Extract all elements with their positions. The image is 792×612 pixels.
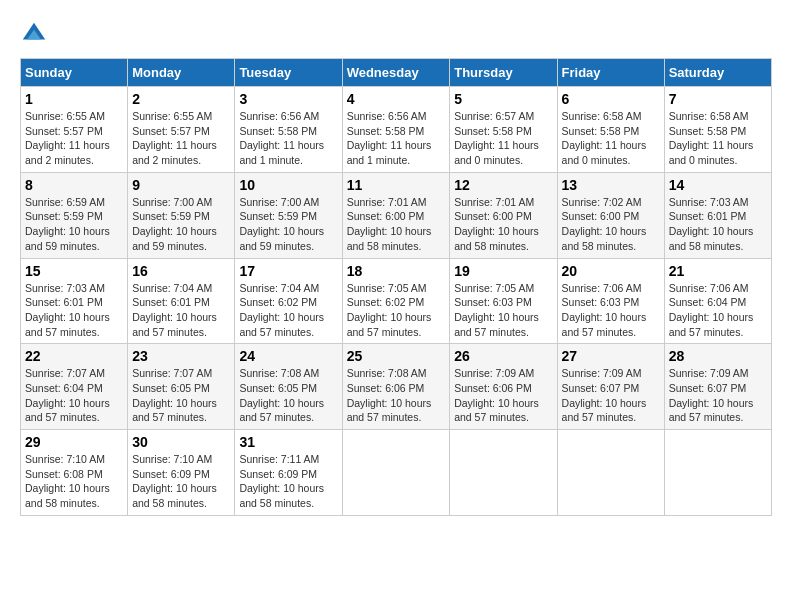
calendar-cell: 30 Sunrise: 7:10 AMSunset: 6:09 PMDaylig…	[128, 430, 235, 516]
day-info: Sunrise: 6:55 AMSunset: 5:57 PMDaylight:…	[25, 110, 110, 166]
calendar-cell: 9 Sunrise: 7:00 AMSunset: 5:59 PMDayligh…	[128, 172, 235, 258]
calendar-cell: 2 Sunrise: 6:55 AMSunset: 5:57 PMDayligh…	[128, 87, 235, 173]
calendar-cell: 26 Sunrise: 7:09 AMSunset: 6:06 PMDaylig…	[450, 344, 557, 430]
calendar-cell: 13 Sunrise: 7:02 AMSunset: 6:00 PMDaylig…	[557, 172, 664, 258]
weekday-header: Saturday	[664, 59, 771, 87]
weekday-header: Wednesday	[342, 59, 450, 87]
day-info: Sunrise: 7:09 AMSunset: 6:07 PMDaylight:…	[562, 367, 647, 423]
calendar-cell: 25 Sunrise: 7:08 AMSunset: 6:06 PMDaylig…	[342, 344, 450, 430]
calendar-cell: 5 Sunrise: 6:57 AMSunset: 5:58 PMDayligh…	[450, 87, 557, 173]
day-number: 3	[239, 91, 337, 107]
day-number: 1	[25, 91, 123, 107]
day-number: 27	[562, 348, 660, 364]
day-info: Sunrise: 7:09 AMSunset: 6:06 PMDaylight:…	[454, 367, 539, 423]
day-number: 28	[669, 348, 767, 364]
day-number: 20	[562, 263, 660, 279]
day-number: 7	[669, 91, 767, 107]
calendar-cell: 22 Sunrise: 7:07 AMSunset: 6:04 PMDaylig…	[21, 344, 128, 430]
day-info: Sunrise: 6:59 AMSunset: 5:59 PMDaylight:…	[25, 196, 110, 252]
calendar-cell: 20 Sunrise: 7:06 AMSunset: 6:03 PMDaylig…	[557, 258, 664, 344]
calendar-cell: 3 Sunrise: 6:56 AMSunset: 5:58 PMDayligh…	[235, 87, 342, 173]
weekday-header: Friday	[557, 59, 664, 87]
calendar-cell: 8 Sunrise: 6:59 AMSunset: 5:59 PMDayligh…	[21, 172, 128, 258]
calendar-cell: 15 Sunrise: 7:03 AMSunset: 6:01 PMDaylig…	[21, 258, 128, 344]
page-header	[20, 20, 772, 48]
calendar-cell	[557, 430, 664, 516]
day-info: Sunrise: 7:07 AMSunset: 6:05 PMDaylight:…	[132, 367, 217, 423]
calendar-cell: 27 Sunrise: 7:09 AMSunset: 6:07 PMDaylig…	[557, 344, 664, 430]
day-number: 25	[347, 348, 446, 364]
day-number: 16	[132, 263, 230, 279]
day-number: 31	[239, 434, 337, 450]
weekday-header: Tuesday	[235, 59, 342, 87]
day-number: 5	[454, 91, 552, 107]
day-number: 15	[25, 263, 123, 279]
day-number: 6	[562, 91, 660, 107]
calendar-cell	[450, 430, 557, 516]
calendar-cell: 23 Sunrise: 7:07 AMSunset: 6:05 PMDaylig…	[128, 344, 235, 430]
day-info: Sunrise: 7:05 AMSunset: 6:02 PMDaylight:…	[347, 282, 432, 338]
day-number: 11	[347, 177, 446, 193]
calendar-week-row: 15 Sunrise: 7:03 AMSunset: 6:01 PMDaylig…	[21, 258, 772, 344]
day-number: 18	[347, 263, 446, 279]
day-number: 10	[239, 177, 337, 193]
day-info: Sunrise: 7:05 AMSunset: 6:03 PMDaylight:…	[454, 282, 539, 338]
weekday-header: Sunday	[21, 59, 128, 87]
logo	[20, 20, 52, 48]
weekday-header: Thursday	[450, 59, 557, 87]
calendar-week-row: 29 Sunrise: 7:10 AMSunset: 6:08 PMDaylig…	[21, 430, 772, 516]
day-number: 19	[454, 263, 552, 279]
calendar-cell: 16 Sunrise: 7:04 AMSunset: 6:01 PMDaylig…	[128, 258, 235, 344]
day-info: Sunrise: 7:10 AMSunset: 6:09 PMDaylight:…	[132, 453, 217, 509]
calendar-cell: 21 Sunrise: 7:06 AMSunset: 6:04 PMDaylig…	[664, 258, 771, 344]
day-number: 21	[669, 263, 767, 279]
day-number: 17	[239, 263, 337, 279]
day-info: Sunrise: 7:06 AMSunset: 6:03 PMDaylight:…	[562, 282, 647, 338]
day-info: Sunrise: 6:58 AMSunset: 5:58 PMDaylight:…	[669, 110, 754, 166]
day-info: Sunrise: 7:04 AMSunset: 6:02 PMDaylight:…	[239, 282, 324, 338]
day-number: 22	[25, 348, 123, 364]
day-info: Sunrise: 7:01 AMSunset: 6:00 PMDaylight:…	[454, 196, 539, 252]
day-info: Sunrise: 7:00 AMSunset: 5:59 PMDaylight:…	[239, 196, 324, 252]
calendar-cell	[342, 430, 450, 516]
calendar-cell: 7 Sunrise: 6:58 AMSunset: 5:58 PMDayligh…	[664, 87, 771, 173]
calendar-cell: 19 Sunrise: 7:05 AMSunset: 6:03 PMDaylig…	[450, 258, 557, 344]
calendar-cell: 12 Sunrise: 7:01 AMSunset: 6:00 PMDaylig…	[450, 172, 557, 258]
calendar-cell: 18 Sunrise: 7:05 AMSunset: 6:02 PMDaylig…	[342, 258, 450, 344]
calendar-cell: 31 Sunrise: 7:11 AMSunset: 6:09 PMDaylig…	[235, 430, 342, 516]
day-info: Sunrise: 7:11 AMSunset: 6:09 PMDaylight:…	[239, 453, 324, 509]
day-info: Sunrise: 6:56 AMSunset: 5:58 PMDaylight:…	[239, 110, 324, 166]
day-number: 14	[669, 177, 767, 193]
day-info: Sunrise: 7:09 AMSunset: 6:07 PMDaylight:…	[669, 367, 754, 423]
calendar-cell: 10 Sunrise: 7:00 AMSunset: 5:59 PMDaylig…	[235, 172, 342, 258]
day-number: 9	[132, 177, 230, 193]
day-info: Sunrise: 7:06 AMSunset: 6:04 PMDaylight:…	[669, 282, 754, 338]
calendar-cell: 11 Sunrise: 7:01 AMSunset: 6:00 PMDaylig…	[342, 172, 450, 258]
day-info: Sunrise: 7:01 AMSunset: 6:00 PMDaylight:…	[347, 196, 432, 252]
day-number: 4	[347, 91, 446, 107]
calendar-cell: 24 Sunrise: 7:08 AMSunset: 6:05 PMDaylig…	[235, 344, 342, 430]
day-info: Sunrise: 7:00 AMSunset: 5:59 PMDaylight:…	[132, 196, 217, 252]
day-number: 12	[454, 177, 552, 193]
day-info: Sunrise: 7:08 AMSunset: 6:05 PMDaylight:…	[239, 367, 324, 423]
day-number: 26	[454, 348, 552, 364]
day-info: Sunrise: 7:04 AMSunset: 6:01 PMDaylight:…	[132, 282, 217, 338]
day-info: Sunrise: 7:10 AMSunset: 6:08 PMDaylight:…	[25, 453, 110, 509]
calendar-header-row: SundayMondayTuesdayWednesdayThursdayFrid…	[21, 59, 772, 87]
day-info: Sunrise: 6:55 AMSunset: 5:57 PMDaylight:…	[132, 110, 217, 166]
day-number: 23	[132, 348, 230, 364]
day-info: Sunrise: 7:02 AMSunset: 6:00 PMDaylight:…	[562, 196, 647, 252]
calendar-cell: 29 Sunrise: 7:10 AMSunset: 6:08 PMDaylig…	[21, 430, 128, 516]
day-info: Sunrise: 6:58 AMSunset: 5:58 PMDaylight:…	[562, 110, 647, 166]
day-info: Sunrise: 7:07 AMSunset: 6:04 PMDaylight:…	[25, 367, 110, 423]
calendar-cell: 1 Sunrise: 6:55 AMSunset: 5:57 PMDayligh…	[21, 87, 128, 173]
day-info: Sunrise: 7:03 AMSunset: 6:01 PMDaylight:…	[25, 282, 110, 338]
weekday-header: Monday	[128, 59, 235, 87]
day-info: Sunrise: 7:08 AMSunset: 6:06 PMDaylight:…	[347, 367, 432, 423]
day-number: 13	[562, 177, 660, 193]
day-number: 8	[25, 177, 123, 193]
day-number: 24	[239, 348, 337, 364]
day-info: Sunrise: 6:57 AMSunset: 5:58 PMDaylight:…	[454, 110, 539, 166]
day-info: Sunrise: 7:03 AMSunset: 6:01 PMDaylight:…	[669, 196, 754, 252]
calendar-cell: 4 Sunrise: 6:56 AMSunset: 5:58 PMDayligh…	[342, 87, 450, 173]
